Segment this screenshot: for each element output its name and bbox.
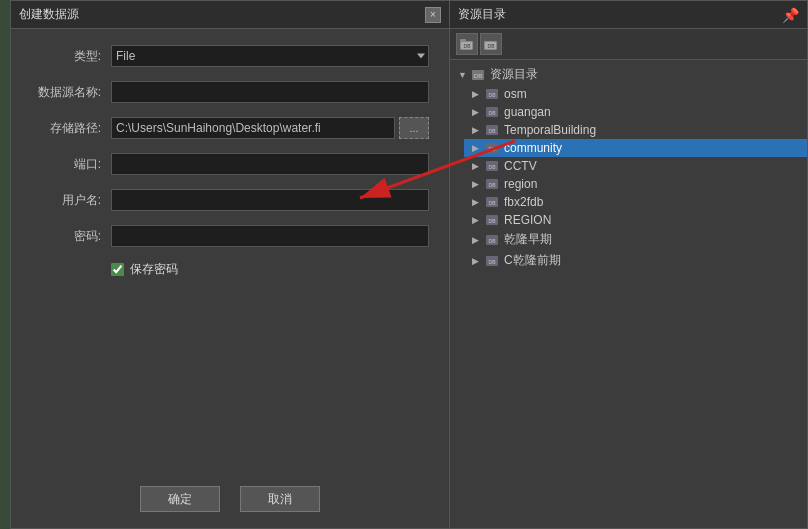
db-icon-TemporalBuilding: DB <box>484 123 500 137</box>
panel-toolbar: DB DB <box>450 29 807 60</box>
svg-text:DB: DB <box>489 200 497 206</box>
type-select-wrapper: File <box>111 45 429 67</box>
tree-item-label-community: community <box>504 141 562 155</box>
path-label: 存储路径: <box>31 120 101 137</box>
svg-text:DB: DB <box>489 218 497 224</box>
svg-text:DB: DB <box>464 43 472 49</box>
tree-item-label-region: region <box>504 177 537 191</box>
db-icon-REGION: DB <box>484 213 500 227</box>
password-input[interactable] <box>111 225 429 247</box>
expand-icon-region: ▶ <box>472 179 484 189</box>
resource-tree: ▼ DB 资源目录 ▶ DB <box>450 64 807 271</box>
panel-title: 资源目录 <box>458 6 506 23</box>
tree-item-label-REGION: REGION <box>504 213 551 227</box>
db-icon-cqianlonqianqi: DB <box>484 254 500 268</box>
tree-item-qianlonzaoqi[interactable]: ▶ DB 乾隆早期 <box>464 229 807 250</box>
expand-icon-fbx2fdb: ▶ <box>472 197 484 207</box>
dialog-close-button[interactable]: × <box>425 7 441 23</box>
svg-text:DB: DB <box>489 259 497 265</box>
tree-item-label-guangan: guangan <box>504 105 551 119</box>
create-datasource-dialog: 创建数据源 × 类型: File 数据源名称: 存储路径 <box>10 0 450 529</box>
password-label: 密码: <box>31 228 101 245</box>
tree-item-osm[interactable]: ▶ DB osm <box>464 85 807 103</box>
db-icon-fbx2fdb: DB <box>484 195 500 209</box>
dialog-titlebar: 创建数据源 × <box>11 1 449 29</box>
tree-item-TemporalBuilding[interactable]: ▶ DB TemporalBuilding <box>464 121 807 139</box>
expand-icon-guangan: ▶ <box>472 107 484 117</box>
path-row: 存储路径: ... <box>31 117 429 139</box>
name-label: 数据源名称: <box>31 84 101 101</box>
confirm-button[interactable]: 确定 <box>140 486 220 512</box>
expand-icon-qianlonzaoqi: ▶ <box>472 235 484 245</box>
resource-panel: 资源目录 📌 DB DB <box>450 0 808 529</box>
save-password-label[interactable]: 保存密码 <box>130 261 178 278</box>
tree-children: ▶ DB osm ▶ DB guangan ▶ <box>450 85 807 271</box>
tree-item-label-TemporalBuilding: TemporalBuilding <box>504 123 596 137</box>
port-label: 端口: <box>31 156 101 173</box>
tree-item-region[interactable]: ▶ DB region <box>464 175 807 193</box>
background-strip <box>0 0 10 529</box>
expand-icon-REGION: ▶ <box>472 215 484 225</box>
toolbar-refresh-button[interactable]: DB <box>480 33 502 55</box>
svg-text:DB: DB <box>489 164 497 170</box>
port-input[interactable] <box>111 153 429 175</box>
db-icon-community: DB <box>484 141 500 155</box>
expand-icon-TemporalBuilding: ▶ <box>472 125 484 135</box>
svg-text:DB: DB <box>489 110 497 116</box>
browse-button[interactable]: ... <box>399 117 429 139</box>
name-row: 数据源名称: <box>31 81 429 103</box>
svg-text:DB: DB <box>489 182 497 188</box>
tree-item-REGION[interactable]: ▶ DB REGION <box>464 211 807 229</box>
expand-icon-osm: ▶ <box>472 89 484 99</box>
db-icon-qianlonzaoqi: DB <box>484 233 500 247</box>
svg-text:DB: DB <box>489 146 497 152</box>
root-label: 资源目录 <box>490 66 538 83</box>
dialog-title: 创建数据源 <box>19 6 79 23</box>
path-input[interactable] <box>111 117 395 139</box>
pin-icon[interactable]: 📌 <box>782 7 799 23</box>
svg-rect-1 <box>460 39 466 42</box>
dialog-body: 类型: File 数据源名称: 存储路径: ... <box>11 29 449 474</box>
tree-item-guangan[interactable]: ▶ DB guangan <box>464 103 807 121</box>
db-icon-region: DB <box>484 177 500 191</box>
tree-item-label-cqianlonqianqi: C乾隆前期 <box>504 252 561 269</box>
svg-text:DB: DB <box>489 92 497 98</box>
save-password-row: 保存密码 <box>31 261 429 278</box>
password-row: 密码: <box>31 225 429 247</box>
expand-icon-community: ▶ <box>472 143 484 153</box>
dialog-footer: 确定 取消 <box>11 474 449 528</box>
type-row: 类型: File <box>31 45 429 67</box>
username-input[interactable] <box>111 189 429 211</box>
username-row: 用户名: <box>31 189 429 211</box>
expand-icon-CCTV: ▶ <box>472 161 484 171</box>
tree-item-cqianlonqianqi[interactable]: ▶ DB C乾隆前期 <box>464 250 807 271</box>
type-select[interactable]: File <box>111 45 429 67</box>
tree-root-item[interactable]: ▼ DB 资源目录 <box>450 64 807 85</box>
username-label: 用户名: <box>31 192 101 209</box>
tree-item-community[interactable]: ▶ DB community <box>464 139 807 157</box>
db-icon-osm: DB <box>484 87 500 101</box>
type-label: 类型: <box>31 48 101 65</box>
port-row: 端口: <box>31 153 429 175</box>
tree-item-label-qianlonzaoqi: 乾隆早期 <box>504 231 552 248</box>
name-input[interactable] <box>111 81 429 103</box>
db-icon-CCTV: DB <box>484 159 500 173</box>
cancel-button[interactable]: 取消 <box>240 486 320 512</box>
tree-item-label-osm: osm <box>504 87 527 101</box>
svg-text:DB: DB <box>489 128 497 134</box>
db-icon-guangan: DB <box>484 105 500 119</box>
expand-icon-cqianlonqianqi: ▶ <box>472 256 484 266</box>
save-password-checkbox[interactable] <box>111 263 124 276</box>
root-db-icon: DB <box>470 68 486 82</box>
tree-item-CCTV[interactable]: ▶ DB CCTV <box>464 157 807 175</box>
tree-item-label-fbx2fdb: fbx2fdb <box>504 195 543 209</box>
panel-titlebar: 资源目录 📌 <box>450 1 807 29</box>
toolbar-folder-button[interactable]: DB <box>456 33 478 55</box>
svg-text:DB: DB <box>488 43 496 49</box>
svg-text:DB: DB <box>489 238 497 244</box>
root-expand-icon: ▼ <box>458 70 470 80</box>
tree-item-fbx2fdb[interactable]: ▶ DB fbx2fdb <box>464 193 807 211</box>
tree-item-label-CCTV: CCTV <box>504 159 537 173</box>
svg-text:DB: DB <box>474 73 482 79</box>
panel-body: ▼ DB 资源目录 ▶ DB <box>450 60 807 528</box>
